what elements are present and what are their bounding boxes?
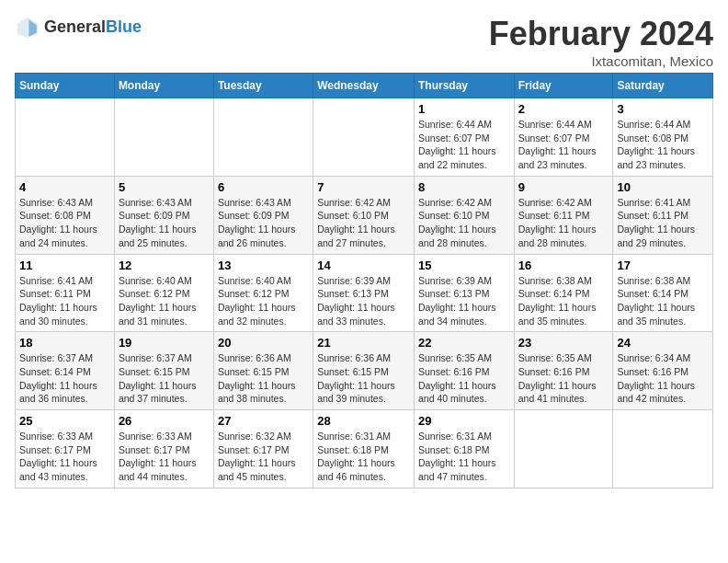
day-info: Sunrise: 6:36 AMSunset: 6:15 PMDaylight:… — [317, 351, 410, 406]
day-cell — [16, 98, 115, 177]
day-info: Sunrise: 6:44 AMSunset: 6:07 PMDaylight:… — [418, 118, 510, 172]
day-number: 18 — [19, 336, 110, 350]
day-number: 7 — [317, 180, 410, 194]
calendar-body: 1Sunrise: 6:44 AMSunset: 6:07 PMDaylight… — [16, 98, 713, 488]
day-info: Sunrise: 6:35 AMSunset: 6:16 PMDaylight:… — [418, 351, 510, 406]
day-cell: 1Sunrise: 6:44 AMSunset: 6:07 PMDaylight… — [414, 98, 514, 177]
day-cell: 2Sunrise: 6:44 AMSunset: 6:07 PMDaylight… — [514, 98, 613, 177]
day-cell: 24Sunrise: 6:34 AMSunset: 6:16 PMDayligh… — [613, 332, 713, 410]
day-info: Sunrise: 6:43 AMSunset: 6:09 PMDaylight:… — [119, 196, 210, 250]
day-number: 26 — [119, 414, 210, 428]
day-cell — [514, 410, 613, 488]
day-info: Sunrise: 6:44 AMSunset: 6:07 PMDaylight:… — [518, 118, 609, 172]
day-number: 25 — [19, 414, 110, 428]
day-number: 27 — [218, 414, 309, 428]
day-info: Sunrise: 6:43 AMSunset: 6:09 PMDaylight:… — [218, 196, 309, 250]
logo-icon — [15, 15, 40, 40]
day-header-wednesday: Wednesday — [313, 74, 415, 98]
day-cell: 20Sunrise: 6:36 AMSunset: 6:15 PMDayligh… — [213, 332, 313, 410]
day-cell — [114, 98, 213, 177]
day-info: Sunrise: 6:37 AMSunset: 6:14 PMDaylight:… — [19, 351, 110, 406]
day-number: 4 — [19, 180, 110, 194]
week-row-3: 11Sunrise: 6:41 AMSunset: 6:11 PMDayligh… — [16, 254, 713, 332]
day-cell: 14Sunrise: 6:39 AMSunset: 6:13 PMDayligh… — [313, 254, 415, 332]
day-number: 13 — [218, 259, 309, 272]
day-info: Sunrise: 6:40 AMSunset: 6:12 PMDaylight:… — [218, 274, 309, 328]
day-number: 1 — [418, 102, 510, 116]
day-cell: 8Sunrise: 6:42 AMSunset: 6:10 PMDaylight… — [414, 176, 514, 254]
day-number: 19 — [119, 336, 210, 350]
day-info: Sunrise: 6:38 AMSunset: 6:14 PMDaylight:… — [518, 274, 609, 328]
week-row-2: 4Sunrise: 6:43 AMSunset: 6:08 PMDaylight… — [16, 176, 713, 254]
day-cell — [213, 98, 313, 177]
day-number: 14 — [317, 259, 410, 272]
day-number: 29 — [418, 414, 510, 428]
day-header-monday: Monday — [114, 74, 213, 98]
day-info: Sunrise: 6:36 AMSunset: 6:15 PMDaylight:… — [218, 351, 309, 406]
day-cell: 11Sunrise: 6:41 AMSunset: 6:11 PMDayligh… — [16, 254, 115, 332]
day-number: 6 — [218, 180, 309, 194]
day-cell: 26Sunrise: 6:33 AMSunset: 6:17 PMDayligh… — [114, 410, 213, 488]
week-row-4: 18Sunrise: 6:37 AMSunset: 6:14 PMDayligh… — [16, 332, 713, 410]
day-info: Sunrise: 6:35 AMSunset: 6:16 PMDaylight:… — [518, 351, 609, 406]
day-cell: 29Sunrise: 6:31 AMSunset: 6:18 PMDayligh… — [414, 410, 514, 488]
day-number: 20 — [218, 336, 309, 350]
day-number: 22 — [418, 336, 510, 350]
logo-blue: Blue — [106, 17, 142, 36]
day-cell: 23Sunrise: 6:35 AMSunset: 6:16 PMDayligh… — [514, 332, 613, 410]
day-header-tuesday: Tuesday — [213, 74, 313, 98]
day-number: 11 — [19, 259, 110, 272]
day-number: 23 — [518, 336, 609, 350]
day-cell: 6Sunrise: 6:43 AMSunset: 6:09 PMDaylight… — [213, 176, 313, 254]
day-info: Sunrise: 6:39 AMSunset: 6:13 PMDaylight:… — [418, 274, 510, 328]
header-row: SundayMondayTuesdayWednesdayThursdayFrid… — [16, 74, 713, 98]
day-header-friday: Friday — [514, 74, 613, 98]
day-header-saturday: Saturday — [613, 74, 713, 98]
day-info: Sunrise: 6:43 AMSunset: 6:08 PMDaylight:… — [19, 196, 110, 250]
day-number: 12 — [119, 259, 210, 272]
day-info: Sunrise: 6:41 AMSunset: 6:11 PMDaylight:… — [19, 274, 110, 328]
title-block: February 2024 Ixtacomitan, Mexico — [489, 15, 713, 69]
day-cell: 16Sunrise: 6:38 AMSunset: 6:14 PMDayligh… — [514, 254, 613, 332]
day-cell: 3Sunrise: 6:44 AMSunset: 6:08 PMDaylight… — [613, 98, 713, 177]
day-cell: 17Sunrise: 6:38 AMSunset: 6:14 PMDayligh… — [613, 254, 713, 332]
page-header: GeneralBlue February 2024 Ixtacomitan, M… — [15, 15, 713, 69]
day-cell — [313, 98, 415, 177]
day-number: 28 — [317, 414, 410, 428]
day-number: 24 — [617, 336, 709, 350]
day-cell: 27Sunrise: 6:32 AMSunset: 6:17 PMDayligh… — [213, 410, 313, 488]
logo-text: GeneralBlue — [44, 18, 142, 37]
day-cell — [613, 410, 713, 488]
day-cell: 19Sunrise: 6:37 AMSunset: 6:15 PMDayligh… — [114, 332, 213, 410]
location: Ixtacomitan, Mexico — [489, 53, 713, 69]
day-info: Sunrise: 6:42 AMSunset: 6:11 PMDaylight:… — [518, 196, 609, 250]
day-number: 21 — [317, 336, 410, 350]
day-info: Sunrise: 6:33 AMSunset: 6:17 PMDaylight:… — [19, 430, 110, 484]
day-cell: 4Sunrise: 6:43 AMSunset: 6:08 PMDaylight… — [16, 176, 115, 254]
day-number: 17 — [617, 259, 709, 272]
day-info: Sunrise: 6:41 AMSunset: 6:11 PMDaylight:… — [617, 196, 709, 250]
day-number: 3 — [617, 102, 709, 116]
day-info: Sunrise: 6:42 AMSunset: 6:10 PMDaylight:… — [317, 196, 410, 250]
day-number: 5 — [119, 180, 210, 194]
day-number: 16 — [518, 259, 609, 272]
day-cell: 5Sunrise: 6:43 AMSunset: 6:09 PMDaylight… — [114, 176, 213, 254]
day-header-sunday: Sunday — [16, 74, 115, 98]
day-number: 9 — [518, 180, 609, 194]
month-title: February 2024 — [489, 15, 713, 53]
day-info: Sunrise: 6:32 AMSunset: 6:17 PMDaylight:… — [218, 430, 309, 484]
day-number: 8 — [418, 180, 510, 194]
day-number: 15 — [418, 259, 510, 272]
day-cell: 7Sunrise: 6:42 AMSunset: 6:10 PMDaylight… — [313, 176, 415, 254]
day-cell: 22Sunrise: 6:35 AMSunset: 6:16 PMDayligh… — [414, 332, 514, 410]
day-cell: 13Sunrise: 6:40 AMSunset: 6:12 PMDayligh… — [213, 254, 313, 332]
day-info: Sunrise: 6:37 AMSunset: 6:15 PMDaylight:… — [119, 351, 210, 406]
day-info: Sunrise: 6:31 AMSunset: 6:18 PMDaylight:… — [317, 430, 410, 484]
day-info: Sunrise: 6:42 AMSunset: 6:10 PMDaylight:… — [418, 196, 510, 250]
logo-general: General — [44, 17, 106, 36]
day-number: 10 — [617, 180, 709, 194]
day-cell: 25Sunrise: 6:33 AMSunset: 6:17 PMDayligh… — [16, 410, 115, 488]
day-info: Sunrise: 6:44 AMSunset: 6:08 PMDaylight:… — [617, 118, 709, 172]
day-info: Sunrise: 6:40 AMSunset: 6:12 PMDaylight:… — [119, 274, 210, 328]
logo: GeneralBlue — [15, 15, 142, 40]
